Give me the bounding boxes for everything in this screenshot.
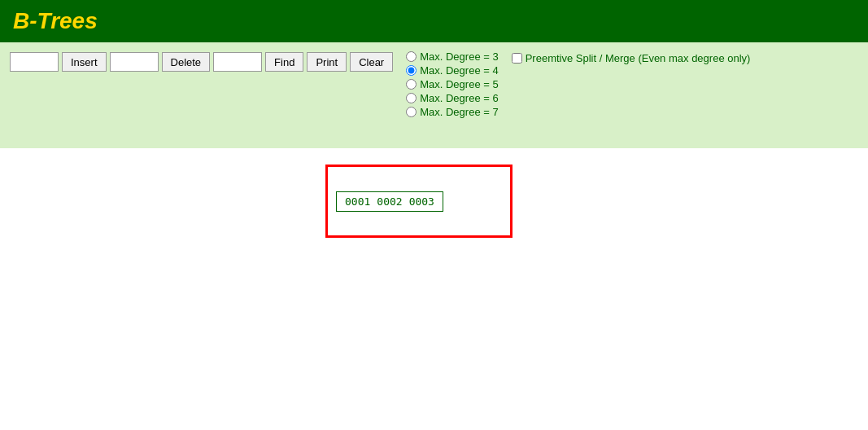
preemptive-checkbox[interactable] <box>512 53 522 64</box>
insert-input[interactable] <box>10 52 59 72</box>
radio-item-3[interactable]: Max. Degree = 3 <box>406 50 498 63</box>
radio-item-7[interactable]: Max. Degree = 7 <box>406 106 498 118</box>
radio-item-6[interactable]: Max. Degree = 6 <box>406 92 498 104</box>
node-value-1: 0001 <box>345 195 370 208</box>
insert-button[interactable]: Insert <box>62 52 107 72</box>
find-input[interactable] <box>213 52 262 72</box>
toolbar-controls: Insert Delete Find Print Clear <box>10 52 393 72</box>
main-content: 0001 0002 0003 <box>0 148 868 430</box>
node-value-2: 0002 <box>377 195 402 208</box>
degree-radio-group: Max. Degree = 3 Max. Degree = 4 Max. Deg… <box>406 50 498 118</box>
find-button[interactable]: Find <box>265 52 303 72</box>
page-title: B-Trees <box>13 8 855 34</box>
radio-degree-7[interactable] <box>406 107 417 117</box>
preemptive-checkbox-group[interactable]: Preemtive Split / Merge (Even max degree… <box>512 52 751 64</box>
tree-node: 0001 0002 0003 <box>336 191 443 212</box>
node-value-3: 0003 <box>409 195 434 208</box>
delete-input[interactable] <box>110 52 159 72</box>
radio-item-5[interactable]: Max. Degree = 5 <box>406 78 498 90</box>
radio-item-4[interactable]: Max. Degree = 4 <box>406 64 498 77</box>
toolbar: Insert Delete Find Print Clear Max. Degr… <box>0 42 868 148</box>
header: B-Trees <box>0 0 868 42</box>
delete-button[interactable]: Delete <box>162 52 211 72</box>
radio-degree-5[interactable] <box>406 79 417 90</box>
radio-degree-6[interactable] <box>406 93 417 103</box>
clear-button[interactable]: Clear <box>350 52 393 72</box>
preemptive-label: Preemtive Split / Merge (Even max degree… <box>526 52 751 64</box>
radio-degree-4[interactable] <box>406 65 417 76</box>
radio-degree-3[interactable] <box>406 51 417 62</box>
print-button[interactable]: Print <box>307 52 347 72</box>
tree-highlight-box: 0001 0002 0003 <box>325 165 513 238</box>
